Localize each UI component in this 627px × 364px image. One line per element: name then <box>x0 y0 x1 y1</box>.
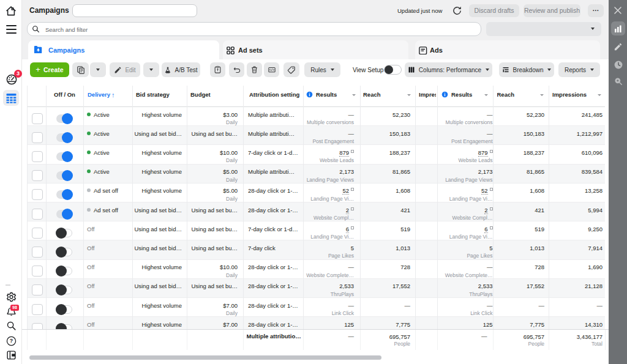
svg-text:?: ? <box>10 338 13 344</box>
